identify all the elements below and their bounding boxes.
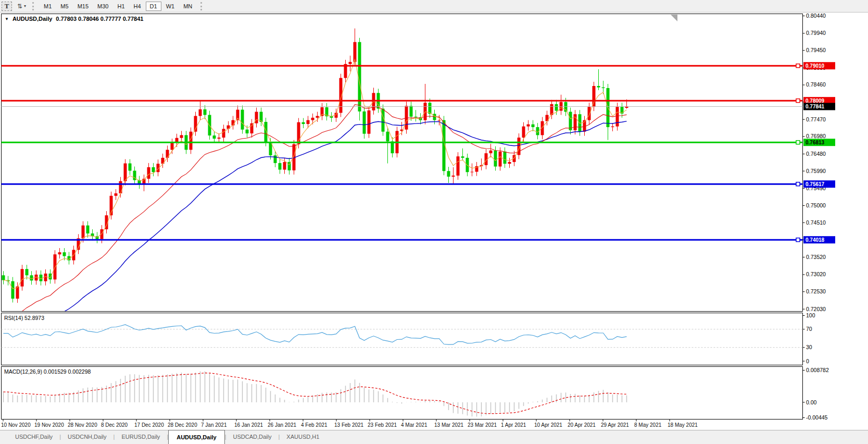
timeframe-button-m5[interactable]: M5 (56, 2, 72, 11)
candle-down (410, 106, 413, 117)
candle-down (241, 109, 244, 129)
date-label: 29 Apr 2021 (601, 422, 629, 428)
candle-up (199, 109, 202, 116)
candle-up (218, 138, 221, 139)
line-handle[interactable] (796, 64, 800, 68)
tab-audusd[interactable]: AUDUSD,Daily (168, 430, 224, 444)
ohlc-high: 0.78046 (78, 16, 99, 22)
candle-up (115, 193, 118, 196)
rsi-tick-label: 30 (806, 344, 812, 350)
timeframe-button-h4[interactable]: H4 (130, 2, 145, 11)
candle-up (255, 112, 258, 123)
price-tick-label: 0.72530 (806, 288, 826, 294)
date-label: 10 Nov 2020 (1, 422, 31, 428)
price-axis: 0.804400.799400.794500.789500.784600.779… (803, 13, 826, 312)
candle-up (16, 287, 19, 299)
line-handle[interactable] (796, 182, 800, 186)
main-panel (2, 14, 803, 312)
candle-down (414, 117, 418, 117)
timeframe-button-m15[interactable]: M15 (73, 2, 93, 11)
candle-down (447, 171, 450, 177)
rsi-tick-label: 100 (806, 312, 815, 318)
candle-up (593, 86, 596, 107)
macd-tick-label: 0.008782 (806, 367, 829, 373)
date-label: 19 Nov 2020 (34, 422, 64, 428)
price-line-badge-label: 0.74018 (806, 237, 825, 243)
candle-up (222, 129, 225, 138)
price-tick-label: 0.75990 (806, 168, 826, 174)
candle-down (555, 104, 558, 111)
line-handle[interactable] (796, 99, 800, 103)
date-label: 18 May 2021 (668, 422, 698, 428)
price-tick-label: 0.73020 (806, 271, 826, 277)
line-handle[interactable] (796, 238, 800, 242)
candle-up (368, 110, 371, 134)
date-label: 1 Apr 2021 (501, 422, 526, 428)
candle-down (532, 125, 535, 127)
candle-down (26, 269, 29, 275)
date-label: 4 Mar 2021 (401, 422, 427, 428)
timeframe-button-mn[interactable]: MN (179, 2, 196, 11)
date-label: 16 Jan 2021 (234, 422, 263, 428)
drawing-tools-button[interactable]: ⇅ ▾ (15, 2, 28, 11)
chart-header: ▼ AUDUSD,Daily 0.77803 0.78046 0.77777 0… (5, 16, 143, 22)
date-label: 28 Nov 2020 (68, 422, 97, 428)
candle-down (382, 108, 385, 131)
macd-label: MACD(12,26,9) 0.001529 0.002298 (4, 368, 91, 375)
collapse-chart-icon[interactable]: ▼ (5, 17, 9, 21)
candle-down (386, 132, 389, 142)
candle-up (180, 135, 183, 138)
tab-usdchf[interactable]: USDCHF,Daily (8, 430, 59, 444)
tab-xauusd[interactable]: XAUUSD,H1 (280, 430, 326, 444)
timeframe-button-w1[interactable]: W1 (162, 2, 179, 11)
candle-down (11, 281, 15, 299)
price-line-badge-label: 0.79010 (806, 63, 825, 69)
timeframe-button-m1[interactable]: M1 (40, 2, 56, 11)
candle-down (602, 88, 605, 88)
candle-up (194, 116, 197, 132)
chart-symbol-label: AUDUSD,Daily (12, 16, 52, 22)
candle-up (58, 252, 61, 254)
price-tick-label: 0.77470 (806, 116, 826, 122)
price-line-badge-label: 0.76813 (806, 140, 825, 145)
date-label: 23 Mar 2021 (468, 422, 497, 428)
date-label: 23 Feb 2021 (368, 422, 397, 428)
candle-up (119, 181, 122, 193)
candle-down (152, 167, 155, 172)
tab-eurusd[interactable]: EURUSD,Daily (115, 430, 167, 444)
caret-down-icon: ▾ (24, 4, 26, 8)
ohlc-close: 0.77841 (123, 16, 144, 22)
timeframe-button-h1[interactable]: H1 (113, 2, 129, 11)
candle-up (499, 152, 502, 167)
candle-up (190, 132, 193, 150)
line-handle[interactable] (796, 141, 800, 144)
text-tool-button[interactable]: T (2, 2, 12, 11)
candle-up (438, 120, 441, 121)
candle-down (129, 164, 132, 171)
timeframe-button-m30[interactable]: M30 (93, 2, 112, 11)
candle-up (349, 62, 352, 64)
price-tick-label: 0.78460 (806, 81, 826, 88)
candle-up (489, 151, 493, 153)
candle-down (433, 114, 436, 120)
application-window: 0.804400.799400.794500.789500.784600.779… (0, 0, 868, 444)
candle-up (166, 150, 169, 157)
chart-canvas[interactable]: 0.804400.799400.794500.789500.784600.779… (0, 0, 868, 444)
candle-down (504, 152, 507, 164)
macd-tick-label: 0.00 (806, 399, 817, 405)
candle-up (307, 120, 310, 124)
timeframe-button-d1[interactable]: D1 (146, 2, 161, 11)
tab-usdcnh[interactable]: USDCNH,Daily (61, 430, 114, 444)
candle-up (283, 162, 286, 170)
candle-up (100, 229, 104, 239)
candle-up (311, 118, 315, 120)
candle-down (213, 135, 216, 139)
candle-down (302, 122, 305, 124)
date-label: 8 May 2021 (634, 422, 662, 428)
candle-down (49, 274, 52, 279)
candle-up (522, 127, 525, 138)
timeframe-group: M1M5M15M30H1H4D1W1MN (40, 2, 196, 11)
tab-usdcad[interactable]: USDCAD,Daily (227, 430, 279, 444)
macd-axis: 0.0087820.00-0.00445 (803, 367, 829, 421)
date-label: 17 Dec 2020 (134, 422, 164, 428)
